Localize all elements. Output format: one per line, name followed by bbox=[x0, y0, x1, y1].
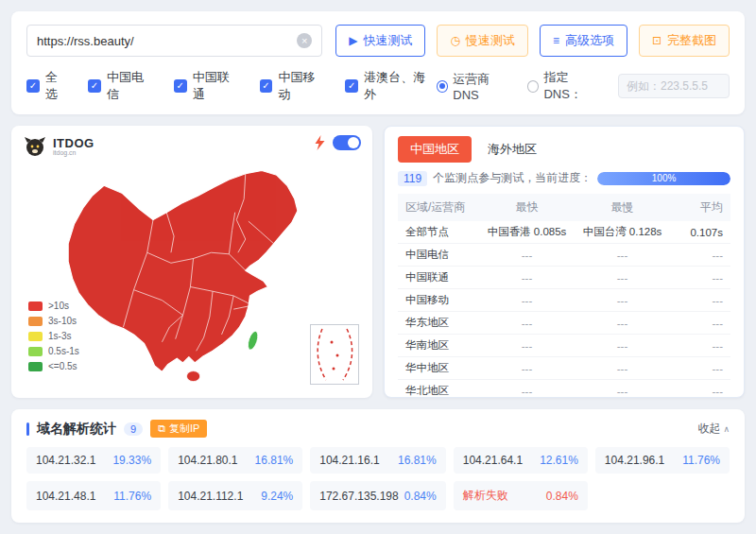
check-all[interactable]: ✓全选 bbox=[26, 69, 69, 103]
check-unicom-label: 中国联通 bbox=[193, 69, 241, 103]
action-buttons: ▶快速测试◷慢速测试≡高级选项⊡完整截图 bbox=[335, 25, 730, 57]
results-table: 区域/运营商最快最慢平均 全部节点中国香港 0.085s中国台湾 0.128s0… bbox=[398, 194, 730, 398]
table-cell: 0.107s bbox=[670, 221, 730, 244]
progress-bar: 100% bbox=[597, 172, 730, 185]
quick-test-button-label: 快速测试 bbox=[363, 32, 412, 49]
ip-cell-error: 解析失败0.84% bbox=[454, 481, 588, 510]
check-telecom[interactable]: ✓中国电信 bbox=[88, 69, 155, 103]
ip-cell: 104.21.64.112.61% bbox=[454, 447, 588, 474]
legend-swatch bbox=[28, 362, 43, 371]
table-row: 华中地区--------- bbox=[398, 357, 730, 380]
legend-label: <=0.5s bbox=[48, 361, 77, 371]
dns-stats-card: 域名解析统计 9 ⧉ 复制IP 收起 ∧ 104.21.32.119.33%10… bbox=[11, 409, 745, 523]
custom-dns-input[interactable] bbox=[618, 74, 730, 98]
ip-cell: 104.21.48.111.76% bbox=[26, 481, 161, 510]
radio-dot bbox=[527, 80, 540, 93]
tab-海外地区[interactable]: 海外地区 bbox=[475, 136, 549, 163]
ip-address: 172.67.135.198 bbox=[319, 490, 398, 503]
legend-label: 3s-10s bbox=[48, 316, 77, 326]
table-header-row: 区域/运营商最快最慢平均 bbox=[398, 194, 730, 221]
progress-row: 119 个监测点参与测试，当前进度： 100% bbox=[398, 170, 730, 186]
check-unicom[interactable]: ✓中国联通 bbox=[174, 69, 241, 103]
legend-item: 1s-3s bbox=[28, 331, 79, 341]
table-cell: --- bbox=[575, 335, 670, 357]
ip-cell: 104.21.16.116.81% bbox=[310, 447, 445, 474]
table-row: 中国移动--------- bbox=[398, 289, 730, 312]
tab-中国地区[interactable]: 中国地区 bbox=[398, 136, 472, 163]
table-cell: --- bbox=[479, 312, 575, 335]
slow-test-button[interactable]: ◷慢速测试 bbox=[437, 25, 527, 57]
table-row: 中国联通--------- bbox=[398, 267, 730, 289]
lightning-icon[interactable] bbox=[315, 135, 325, 150]
dns-count-badge: 9 bbox=[124, 422, 143, 436]
radio-custom-dns-label: 指定DNS： bbox=[543, 69, 605, 103]
legend-item: 0.5s-1s bbox=[28, 346, 79, 356]
copy-ip-label: 复制IP bbox=[169, 422, 199, 436]
radio-custom-dns[interactable]: 指定DNS： bbox=[527, 69, 605, 103]
table-row: 全部节点中国香港 0.085s中国台湾 0.128s0.107s bbox=[398, 221, 730, 244]
legend-item: <=0.5s bbox=[28, 361, 79, 371]
china-map-card: ITDOG itdog.cn bbox=[11, 126, 372, 398]
table-body: 全部节点中国香港 0.085s中国台湾 0.128s0.107s中国电信----… bbox=[398, 221, 730, 398]
ip-percentage: 11.76% bbox=[113, 490, 151, 503]
quick-test-button[interactable]: ▶快速测试 bbox=[335, 25, 425, 57]
check-overseas[interactable]: ✓港澳台、海外 bbox=[345, 69, 436, 103]
map-controls bbox=[315, 135, 361, 150]
page: https://rss.beauty/ × ▶快速测试◷慢速测试≡高级选项⊡完整… bbox=[0, 0, 756, 534]
table-header-cell: 最慢 bbox=[575, 194, 670, 221]
region-tabs: 中国地区海外地区 bbox=[398, 136, 730, 163]
slow-test-button-label: 慢速测试 bbox=[466, 32, 515, 49]
table-cell: --- bbox=[479, 267, 575, 289]
quick-test-button-icon: ▶ bbox=[349, 34, 357, 47]
ip-percentage: 11.76% bbox=[682, 454, 720, 467]
logo-name: ITDOG bbox=[53, 137, 94, 150]
ip-percentage: 16.81% bbox=[398, 454, 437, 467]
copy-icon: ⧉ bbox=[158, 422, 165, 435]
advanced-options-button-label: 高级选项 bbox=[565, 32, 614, 49]
legend-item: 3s-10s bbox=[28, 316, 79, 326]
ip-cell: 172.67.135.1980.84% bbox=[310, 481, 445, 510]
full-screenshot-button-label: 完整截图 bbox=[667, 32, 716, 49]
south-china-sea-inset bbox=[310, 324, 359, 385]
checkbox-icon: ✓ bbox=[88, 79, 101, 93]
toggle-knob bbox=[348, 137, 359, 148]
table-cell: --- bbox=[575, 289, 670, 312]
table-header-cell: 区域/运营商 bbox=[398, 194, 479, 221]
main-area: ITDOG itdog.cn bbox=[11, 126, 745, 398]
legend-swatch bbox=[28, 317, 43, 326]
full-screenshot-button[interactable]: ⊡完整截图 bbox=[639, 25, 730, 57]
ip-cell: 104.21.112.19.24% bbox=[168, 481, 302, 510]
table-cell: --- bbox=[575, 244, 670, 267]
check-telecom-label: 中国电信 bbox=[107, 69, 155, 103]
advanced-options-button[interactable]: ≡高级选项 bbox=[540, 25, 627, 57]
chevron-up-icon: ∧ bbox=[723, 424, 730, 434]
nine-dash-line bbox=[311, 325, 358, 384]
legend-swatch bbox=[28, 332, 43, 341]
table-cell: 中国香港 0.085s bbox=[479, 221, 575, 244]
progress-text: 个监测点参与测试，当前进度： bbox=[433, 170, 592, 186]
check-all-label: 全选 bbox=[45, 69, 69, 103]
clear-icon[interactable]: × bbox=[297, 33, 312, 48]
map-mode-toggle[interactable] bbox=[333, 135, 361, 150]
node-filter-checkboxes: ✓全选✓中国电信✓中国联通✓中国移动✓港澳台、海外 bbox=[26, 69, 437, 103]
ip-address: 104.21.112.1 bbox=[178, 490, 243, 503]
table-cell: 华北地区 bbox=[398, 380, 479, 399]
collapse-button[interactable]: 收起 ∧ bbox=[697, 421, 730, 437]
dns-options: 运营商DNS 指定DNS： bbox=[437, 69, 730, 103]
ip-address: 解析失败 bbox=[463, 488, 508, 504]
url-input[interactable]: https://rss.beauty/ × bbox=[26, 25, 322, 57]
table-cell: 中国联通 bbox=[398, 267, 479, 289]
hainan-island bbox=[186, 371, 199, 382]
ip-cell: 104.21.96.111.76% bbox=[595, 447, 730, 474]
table-cell: --- bbox=[575, 267, 670, 289]
copy-ip-button[interactable]: ⧉ 复制IP bbox=[150, 420, 207, 438]
test-control-card: https://rss.beauty/ × ▶快速测试◷慢速测试≡高级选项⊡完整… bbox=[11, 11, 745, 114]
table-row: 华东地区--------- bbox=[398, 312, 730, 335]
table-cell: 中国移动 bbox=[398, 289, 479, 312]
table-row: 华北地区--------- bbox=[398, 380, 730, 399]
logo-subtitle: itdog.cn bbox=[53, 149, 94, 156]
check-mobile[interactable]: ✓中国移动 bbox=[260, 69, 327, 103]
checkbox-icon: ✓ bbox=[26, 79, 40, 93]
table-cell: 华中地区 bbox=[398, 357, 479, 380]
radio-isp-dns[interactable]: 运营商DNS bbox=[437, 71, 514, 102]
